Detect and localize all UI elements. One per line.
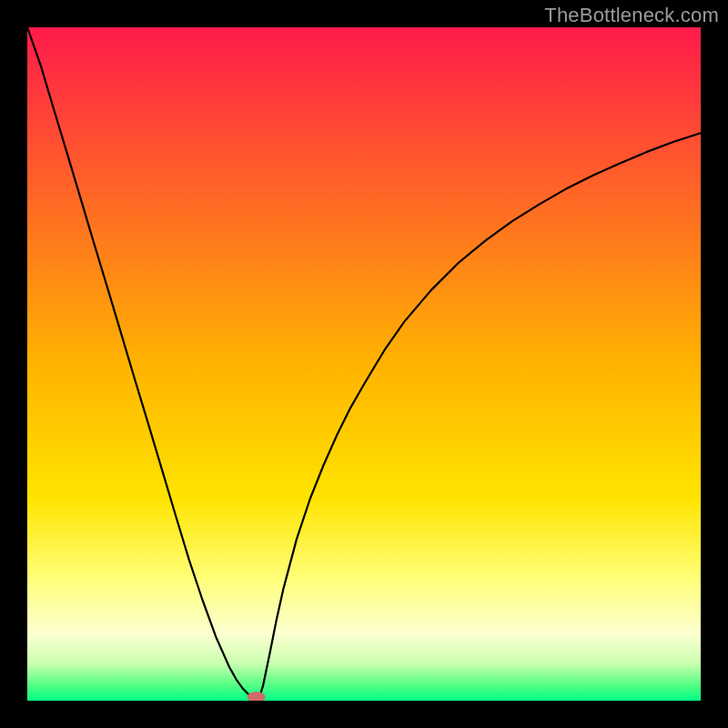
plot-area	[27, 27, 701, 701]
gradient-background	[27, 27, 701, 701]
bottleneck-chart	[27, 27, 701, 701]
chart-frame: TheBottleneck.com	[0, 0, 728, 728]
watermark-text: TheBottleneck.com	[544, 4, 719, 27]
